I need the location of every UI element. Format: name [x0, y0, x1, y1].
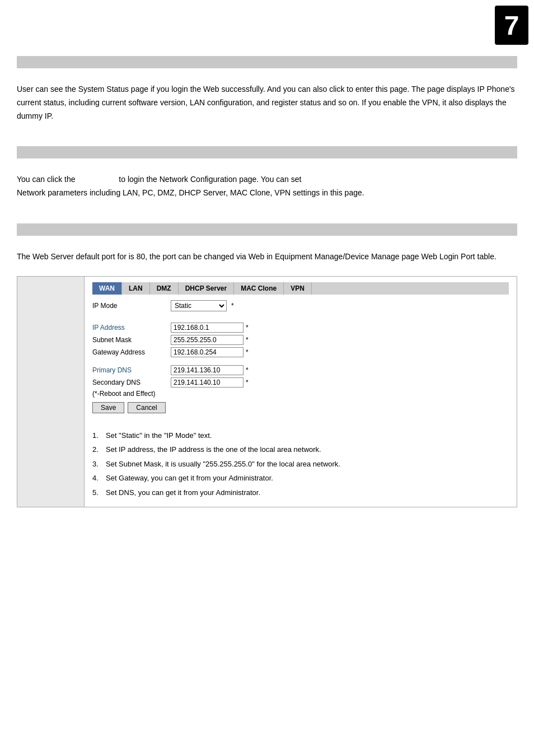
instruction-text-2: Set IP address, the IP address is the on… [106, 444, 509, 455]
section1-block: User can see the System Status page if y… [17, 68, 517, 135]
tab-dhcp-server[interactable]: DHCP Server [179, 282, 234, 295]
tabs-row: WAN LAN DMZ DHCP Server MAC Clone VPN [92, 282, 509, 295]
network-config-panel: WAN LAN DMZ DHCP Server MAC Clone VPN IP… [17, 276, 517, 508]
instruction-text-3: Set Subnet Mask, it is usually "255.255.… [106, 459, 509, 470]
section3-header-bar [17, 223, 517, 236]
instruction-text-1: Set "Static" in the "IP Mode" text. [106, 430, 509, 441]
instruction-num-2: 2. [92, 444, 106, 455]
tab-mac-clone[interactable]: MAC Clone [234, 282, 284, 295]
tab-vpn[interactable]: VPN [284, 282, 312, 295]
primary-dns-row: Primary DNS * [92, 365, 509, 375]
cancel-button[interactable]: Cancel [128, 402, 165, 413]
gateway-address-label: Gateway Address [92, 348, 171, 356]
config-right-panel: WAN LAN DMZ DHCP Server MAC Clone VPN IP… [85, 277, 517, 507]
primary-dns-star: * [246, 366, 249, 374]
instruction-item-2: 2. Set IP address, the IP address is the… [92, 444, 509, 455]
secondary-dns-star: * [246, 379, 249, 386]
instruction-item-1: 1. Set "Static" in the "IP Mode" text. [92, 430, 509, 441]
tab-dmz[interactable]: DMZ [150, 282, 179, 295]
ip-address-input[interactable] [171, 323, 243, 333]
ip-mode-row: IP Mode Static * [92, 300, 509, 311]
section3-block: The Web Server default port for is 80, t… [17, 236, 517, 276]
instruction-item-5: 5. Set DNS, you can get it from your Adm… [92, 487, 509, 498]
form-buttons: Save Cancel [92, 402, 509, 413]
ip-address-star: * [246, 324, 249, 332]
instructions-list: 1. Set "Static" in the "IP Mode" text. 2… [92, 430, 509, 498]
gateway-address-star: * [246, 348, 249, 356]
secondary-dns-label: Secondary DNS [92, 379, 171, 386]
reboot-note: (*-Reboot and Effect) [92, 390, 509, 398]
section2-header-bar [17, 146, 517, 158]
instruction-item-3: 3. Set Subnet Mask, it is usually "255.2… [92, 459, 509, 470]
secondary-dns-input[interactable] [171, 377, 243, 388]
gateway-address-input[interactable] [171, 347, 243, 357]
instruction-text-4: Set Gateway, you can get it from your Ad… [106, 473, 509, 484]
subnet-mask-label: Subnet Mask [92, 336, 171, 344]
ip-address-row: IP Address * [92, 323, 509, 333]
config-left-panel [17, 277, 85, 507]
section2-text: You can click the to login the Network C… [17, 165, 517, 206]
section3-text: The Web Server default port for is 80, t… [17, 242, 517, 269]
tab-lan[interactable]: LAN [122, 282, 150, 295]
secondary-dns-row: Secondary DNS * [92, 377, 509, 388]
save-button[interactable]: Save [92, 402, 124, 413]
ip-mode-select[interactable]: Static [171, 300, 227, 311]
instruction-num-4: 4. [92, 473, 106, 484]
instruction-item-4: 4. Set Gateway, you can get it from your… [92, 473, 509, 484]
subnet-mask-row: Subnet Mask * [92, 335, 509, 345]
instruction-num-1: 1. [92, 430, 106, 441]
instruction-text-5: Set DNS, you can get it from your Admini… [106, 487, 509, 498]
primary-dns-label: Primary DNS [92, 366, 171, 374]
ip-mode-required-star: * [231, 302, 234, 310]
ip-mode-select-wrap: Static * [171, 300, 234, 311]
gateway-address-row: Gateway Address * [92, 347, 509, 357]
chapter-number: 7 [495, 6, 528, 45]
instruction-num-3: 3. [92, 459, 106, 470]
section1-text: User can see the System Status page if y… [17, 75, 517, 128]
section2-block: You can click the to login the Network C… [17, 158, 517, 212]
ip-mode-label: IP Mode [92, 302, 171, 310]
instruction-num-5: 5. [92, 487, 106, 498]
ip-address-label: IP Address [92, 324, 171, 332]
tab-wan[interactable]: WAN [92, 282, 122, 295]
subnet-mask-star: * [246, 336, 249, 344]
primary-dns-input[interactable] [171, 365, 243, 375]
section1-header-bar [17, 56, 517, 68]
subnet-mask-input[interactable] [171, 335, 243, 345]
